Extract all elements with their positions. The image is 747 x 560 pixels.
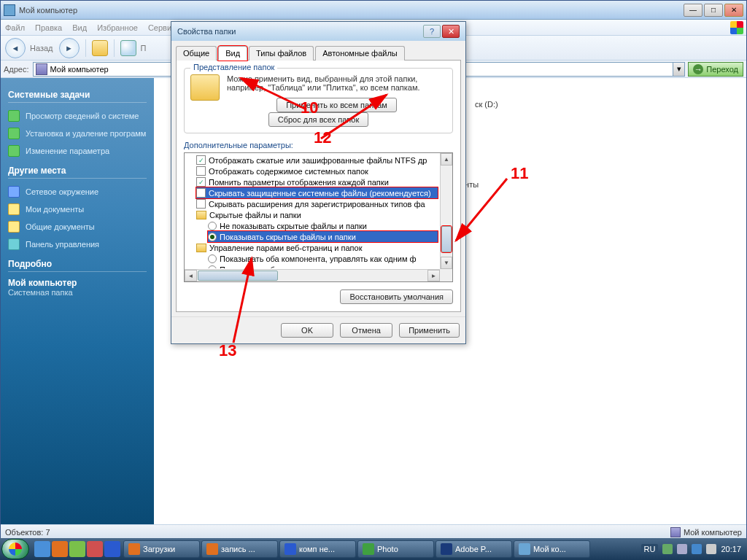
ok-button[interactable]: OK (281, 323, 333, 338)
folder-views-group: Представление папок Можно применить вид,… (184, 68, 453, 133)
tab-pane: Представление папок Можно применить вид,… (176, 61, 461, 312)
scroll-thumb[interactable] (441, 226, 452, 252)
drive-item[interactable]: ск (D:) (475, 100, 498, 109)
tree-item[interactable]: Не показывать скрытые файлы и папки (208, 220, 438, 231)
checkbox[interactable] (196, 177, 206, 187)
computer-icon (670, 527, 681, 537)
address-value: Мой компьютер (50, 65, 109, 74)
checkbox[interactable] (196, 188, 206, 198)
language-indicator[interactable]: RU (641, 544, 659, 554)
sidebar: Системные задачи Просмотр сведений о сис… (1, 78, 154, 524)
app-icon[interactable] (87, 541, 103, 557)
sidebar-item-my-docs[interactable]: Мои документы (8, 201, 147, 218)
utorrent-icon[interactable] (69, 541, 85, 557)
task-button[interactable]: запись ... (201, 540, 278, 558)
checkbox[interactable] (196, 166, 206, 176)
menu-edit[interactable]: Правка (35, 23, 62, 32)
scroll-down-icon[interactable]: ▼ (441, 257, 452, 269)
sidebar-header-system-tasks: Системные задачи (8, 90, 147, 103)
computer-icon (36, 63, 47, 75)
tray-icon[interactable] (662, 544, 673, 554)
tree-item[interactable]: Показывать скрытые файлы и папки (208, 231, 438, 242)
sidebar-item-shared-docs[interactable]: Общие документы (8, 218, 147, 236)
folder-options-dialog: Свойства папки ? ✕ Общие Вид Типы файлов… (171, 21, 466, 344)
volume-icon[interactable] (706, 544, 716, 554)
sidebar-item-add-remove[interactable]: Установка и удаление программ (8, 125, 147, 142)
tab-general[interactable]: Общие (176, 46, 217, 61)
checkbox[interactable] (196, 155, 206, 165)
clock[interactable]: 20:17 (721, 545, 741, 553)
tree-item-label: Показывать оба компонента, управлять как… (220, 254, 417, 263)
tab-view[interactable]: Вид (218, 46, 247, 61)
ie-icon[interactable] (104, 541, 120, 557)
search-icon[interactable] (120, 40, 136, 56)
programs-icon (8, 128, 20, 139)
scroll-left-icon[interactable]: ◄ (185, 270, 197, 281)
reset-all-button[interactable]: Сброс для всех папок (268, 112, 369, 127)
start-button[interactable] (1, 539, 29, 559)
sidebar-item-system-info[interactable]: Просмотр сведений о системе (8, 107, 147, 125)
back-button[interactable]: ◄ (5, 38, 26, 58)
address-dropdown[interactable]: ▾ (673, 62, 685, 77)
checkbox[interactable] (196, 199, 206, 209)
vertical-scrollbar[interactable]: ▲ ▼ (440, 153, 452, 269)
apply-button[interactable]: Применить (399, 323, 460, 338)
radio[interactable] (208, 222, 217, 230)
tray-icon[interactable] (677, 544, 687, 554)
tree-item[interactable]: Отображать содержимое системных папок (196, 166, 438, 176)
menu-file[interactable]: Файл (5, 23, 25, 32)
cancel-button[interactable]: Отмена (340, 323, 392, 338)
forward-button[interactable]: ► (59, 38, 80, 58)
maximize-button[interactable]: □ (704, 4, 723, 17)
task-button[interactable]: комп не... (279, 540, 356, 558)
minimize-button[interactable]: — (684, 4, 703, 17)
tree-item[interactable]: Скрывать защищенные системные файлы (рек… (196, 187, 438, 198)
computer-icon (4, 4, 15, 16)
dialog-close-button[interactable]: ✕ (442, 25, 460, 38)
status-objects: Объектов: 7 (5, 528, 50, 537)
restore-defaults-button[interactable]: Восстановить умолчания (340, 289, 453, 304)
titlebar[interactable]: Мой компьютер — □ ✕ (1, 1, 746, 20)
quick-launch (34, 541, 120, 557)
tab-offline-files[interactable]: Автономные файлы (315, 46, 405, 61)
help-button[interactable]: ? (423, 25, 441, 38)
tree-item[interactable]: Помнить параметры отображения каждой пап… (196, 176, 438, 187)
menu-favorites[interactable]: Избранное (97, 23, 138, 32)
menu-view[interactable]: Вид (72, 23, 87, 32)
firefox-icon[interactable] (52, 541, 68, 557)
scroll-up-icon[interactable]: ▲ (441, 153, 452, 166)
close-button[interactable]: ✕ (724, 4, 743, 17)
show-desktop-icon[interactable] (34, 541, 50, 557)
horizontal-scrollbar[interactable]: ◄ ► (185, 269, 452, 281)
up-folder-icon[interactable] (92, 40, 108, 56)
task-label: Загрузки (143, 545, 175, 553)
task-label: Adobe P... (455, 545, 492, 553)
dialog-titlebar[interactable]: Свойства папки ? ✕ (171, 22, 465, 41)
tree-item-label: Показывать оба компонента, управлять по … (220, 265, 419, 269)
sidebar-item-control-panel[interactable]: Панель управления (8, 236, 147, 253)
tree-item[interactable]: Показывать оба компонента, управлять по … (208, 264, 438, 268)
apply-to-all-button[interactable]: Применить ко всем папкам (276, 98, 397, 112)
tree-item[interactable]: Отображать сжатые или зашифрованные файл… (196, 155, 438, 166)
go-button[interactable]: Переход (688, 62, 743, 77)
sidebar-item-network[interactable]: Сетевое окружение (8, 183, 147, 201)
radio[interactable] (208, 233, 217, 241)
tree-item[interactable]: Скрытые файлы и папки (196, 209, 438, 220)
sidebar-item-change-setting[interactable]: Изменение параметра (8, 142, 147, 160)
separator (85, 39, 86, 57)
tree-item[interactable]: Показывать оба компонента, управлять как… (208, 253, 438, 264)
tab-file-types[interactable]: Типы файлов (249, 46, 314, 61)
tray-icon[interactable] (692, 544, 702, 554)
radio[interactable] (208, 254, 217, 263)
scroll-thumb[interactable] (198, 271, 278, 281)
tree-item[interactable]: Скрывать расширения для зарегистрированн… (196, 198, 438, 209)
task-button[interactable]: Photo (357, 540, 434, 558)
scroll-right-icon[interactable]: ► (427, 270, 440, 281)
task-button[interactable]: Мой ко... (514, 540, 590, 558)
task-button[interactable]: Загрузки (123, 540, 200, 558)
task-button[interactable]: Adobe P... (436, 540, 512, 558)
radio[interactable] (208, 265, 217, 269)
system-tray: RU 20:17 (637, 544, 746, 554)
task-label: Photo (377, 545, 398, 553)
tree-item[interactable]: Управление парами веб-страниц и папок (196, 242, 438, 253)
